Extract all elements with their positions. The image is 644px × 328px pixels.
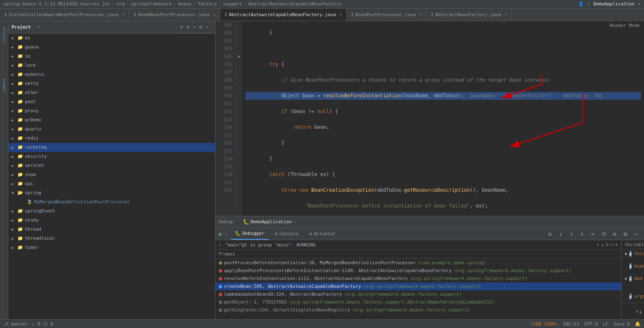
- folder-icon: 📁: [17, 108, 23, 113]
- tree-label: netty: [25, 81, 39, 86]
- p-badge: p: [629, 294, 632, 299]
- run-dropdown[interactable]: ▾: [638, 1, 641, 7]
- debug-content: ✓ "main"@1 in group "main": RUNNING ↑ ↓ …: [215, 240, 644, 319]
- expand-icon[interactable]: ▶: [625, 294, 628, 299]
- tree-item-redis[interactable]: ▶ 📁 redis: [8, 134, 215, 143]
- tree-item-study[interactable]: ▶ 📁 study: [8, 216, 215, 225]
- run-config[interactable]: DemoApplication: [593, 1, 634, 7]
- tree-item-mymerged[interactable]: 🍃 MyMergedBeanDefinitionPostProcessor: [8, 198, 215, 207]
- scroll-up-var[interactable]: ↑: [635, 308, 639, 315]
- nav-up-icon[interactable]: ↑: [596, 242, 599, 248]
- code-line-502: [245, 45, 641, 53]
- frame-item-lambda[interactable]: lambda$doGetBean$0:324, AbstractBeanFact…: [215, 290, 621, 298]
- step-btn-reset[interactable]: ⟲: [599, 229, 608, 239]
- frame-dot: [219, 293, 222, 296]
- step-btn-1[interactable]: ≡: [545, 229, 554, 239]
- tree-item-rocketmq[interactable]: ▶ 📁 rocketmq: [8, 143, 215, 152]
- project-dropdown[interactable]: ▾: [37, 25, 39, 29]
- scroll-down-var[interactable]: ↓: [639, 308, 642, 315]
- tab-beanpostprocessor[interactable]: J BeanPostProcessor.java ×: [347, 9, 427, 21]
- tree-item-security[interactable]: ▶ 📁 security: [8, 152, 215, 161]
- tree-item-timer[interactable]: ▶ 📁 timer: [8, 243, 215, 252]
- code-line-505: Object bean = resolveBeforeInstantiation…: [245, 92, 641, 100]
- tree-item-servlet[interactable]: ▶ 📁 servlet: [8, 161, 215, 170]
- tree-item-lock[interactable]: ▶ 📁 lock: [8, 61, 215, 70]
- project-icon-expand[interactable]: ⇅: [186, 24, 189, 30]
- editor-area: Reader Mode 5: [215, 21, 644, 319]
- resume-button[interactable]: ▶: [219, 230, 223, 238]
- project-side-icon[interactable]: Project: [0, 23, 8, 48]
- tree-item-pool[interactable]: ▶ 📁 pool: [8, 97, 215, 106]
- console-label: Console: [279, 231, 298, 236]
- tree-item-spring[interactable]: ▼ 📂 spring: [8, 188, 215, 198]
- tree-item-qrDemo[interactable]: ▶ 📁 qrDemo: [8, 116, 215, 125]
- var-item-mbd[interactable]: ▶ p mbd = {RootBeanDefinition@9889} "Roo…: [622, 275, 644, 293]
- frame-item-getsingleton[interactable]: getSingleton:234, DefaultSingletonBeanRe…: [215, 306, 621, 314]
- tab-close-icon5[interactable]: ×: [505, 12, 507, 17]
- debug-header: Debug: 🐛 DemoApplication ×: [215, 216, 644, 228]
- var-item-beanname[interactable]: ▶ p beanName = "cacheController": [622, 263, 644, 275]
- arrow-icon: ▶: [12, 63, 17, 68]
- tab-close-icon[interactable]: ×: [122, 12, 125, 17]
- step-btn-up[interactable]: ↑: [567, 229, 576, 239]
- nav-down-icon[interactable]: ↓: [601, 242, 604, 248]
- tab-instantiation[interactable]: J InstantiationAwareBeanPostProcessor.ja…: [0, 9, 129, 21]
- frame-item-postprocess[interactable]: postProcessBeforeInstantiation:30, MyMer…: [215, 259, 621, 267]
- step-btn-down[interactable]: ↓: [556, 229, 565, 239]
- step-btn-force[interactable]: ⬆: [578, 229, 587, 239]
- project-icon-collapse[interactable]: −: [193, 24, 196, 30]
- frame-item-createbean[interactable]: createBean:505, AbstractAutowireCapableB…: [215, 282, 621, 290]
- tree-item-es[interactable]: ▶ 📁 es: [8, 34, 215, 43]
- code-lines[interactable]: } try { // Give BeanPostProcessors a cha…: [242, 21, 644, 216]
- frame-item-resolve[interactable]: resolveBeforeInstantiation:1113, Abstrac…: [215, 275, 621, 282]
- step-btn-return[interactable]: ↩: [588, 229, 598, 239]
- step-btn-list[interactable]: ≡: [610, 229, 619, 239]
- tab-close-icon3[interactable]: ×: [340, 12, 342, 17]
- project-title: Project: [12, 24, 31, 30]
- debug-app-close[interactable]: ×: [293, 219, 296, 224]
- frame-method: postProcessBeforeInstantiation:30, MyMer…: [224, 260, 416, 265]
- tab-demo[interactable]: J DemoBeanPostProcessor.java ×: [129, 9, 220, 21]
- project-icon-close[interactable]: −: [206, 24, 208, 30]
- tab-actuator[interactable]: ⚙ Actuator: [305, 228, 340, 240]
- tree-item-other[interactable]: ▶ 📁 other: [8, 88, 215, 97]
- expand-icon[interactable]: ▶: [625, 263, 628, 269]
- frame-item-getobject[interactable]: getObject:-1, 778337881 (org.springframe…: [215, 298, 621, 306]
- tree-item-thread[interactable]: ▶ 📁 thread: [8, 225, 215, 234]
- tab-close-icon2[interactable]: ×: [213, 12, 215, 17]
- folder-icon: 📁: [17, 53, 23, 59]
- expand-icon[interactable]: ▶: [625, 251, 628, 256]
- tree-item-quartz[interactable]: ▶ 📁 quartz: [8, 125, 215, 134]
- tree-item-mybatis[interactable]: ▶ 📁 mybatis: [8, 70, 215, 79]
- step-btn-more[interactable]: ⋯: [632, 229, 641, 239]
- debug-panel: Debug: 🐛 DemoApplication × ▶ 🐛 Debugger: [215, 216, 644, 319]
- editor-content[interactable]: Reader Mode 5: [215, 21, 644, 216]
- expand-icon[interactable]: ▶: [625, 276, 628, 281]
- filter-icon[interactable]: ▽: [605, 242, 608, 248]
- tree-item-threadlocal[interactable]: ▶ 📁 threadlocal: [8, 234, 215, 243]
- tree-item-netty[interactable]: ▶ 📁 netty: [8, 79, 215, 88]
- reader-mode-button[interactable]: Reader Mode: [610, 23, 640, 28]
- tree-item-io[interactable]: ▶ 📁 io: [8, 52, 215, 61]
- step-btn-grid[interactable]: ⊞: [621, 229, 630, 239]
- tree-item-springevent[interactable]: ▶ 📁 springEvent: [8, 207, 215, 216]
- project-icon-settings[interactable]: ⚙: [199, 24, 202, 30]
- tab-close-icon4[interactable]: ×: [419, 12, 422, 17]
- tab-abstract-autowire[interactable]: J AbstractAutowireCapableBeanFactory.jav…: [220, 9, 346, 21]
- tree-item-proxy[interactable]: ▶ 📁 proxy: [8, 106, 215, 116]
- project-icon-locate[interactable]: ⊙: [180, 24, 183, 30]
- tree-item-snow[interactable]: ▶ 📁 snow: [8, 170, 215, 179]
- var-item-this[interactable]: ▶ p this = {DefaultListableBeanFactory@7…: [622, 250, 644, 263]
- tab-debugger[interactable]: 🐛 Debugger: [231, 228, 269, 240]
- frame-item-apply[interactable]: applyBeanPostProcessorsBeforeInstantiati…: [215, 267, 621, 275]
- commit-side-icon[interactable]: Commit: [0, 73, 8, 98]
- var-item-args[interactable]: ▶ p args = null: [622, 293, 644, 303]
- arrow-icon: ▶: [12, 145, 17, 150]
- tree-item-guava[interactable]: ▶ 📁 guava: [8, 43, 215, 52]
- tab-abstractbean[interactable]: J AbstractBeanFactory.java ×: [426, 9, 512, 21]
- tree-item-spi[interactable]: ▶ 📁 spi: [8, 179, 215, 188]
- tab-console[interactable]: ≡ Console: [271, 228, 303, 240]
- more-icon[interactable]: ⋯: [610, 242, 613, 248]
- add-icon[interactable]: +: [615, 242, 618, 248]
- debug-app-tab[interactable]: 🐛 DemoApplication ×: [239, 216, 300, 228]
